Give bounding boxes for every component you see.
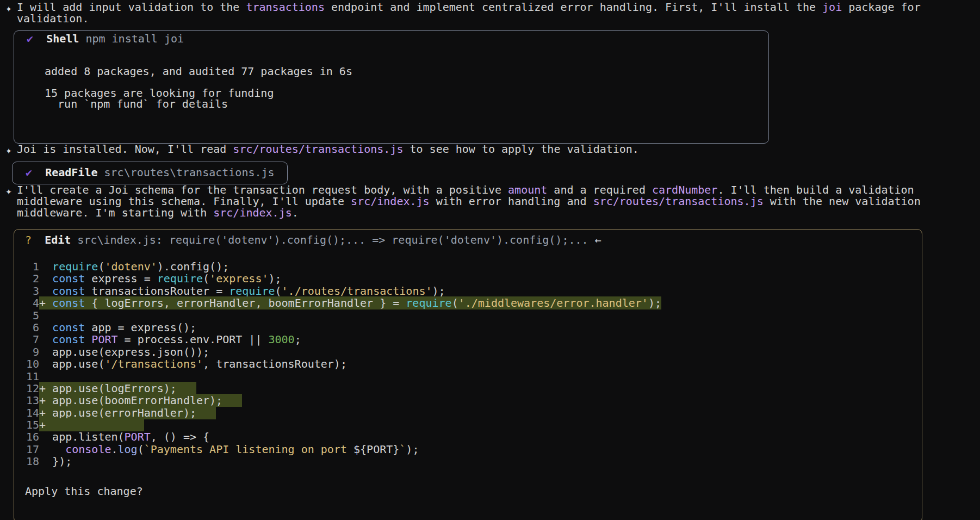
- inline-code: PORT: [125, 430, 151, 443]
- agent-terminal: ✦I will add input validation to the tran…: [0, 0, 980, 520]
- tool-output-line: [27, 44, 768, 55]
- tool-call-header: ✔ ReadFile src\routes\transactions.js: [26, 167, 287, 178]
- text-segment: require: [157, 272, 203, 285]
- assistant-message: ✦Joi is installed. Now, I'll read src/ro…: [0, 144, 980, 155]
- sparkle-icon: ✦: [5, 184, 12, 197]
- diff-marker: [39, 455, 52, 468]
- text-segment: app = express();: [85, 321, 196, 334]
- line-content: console.log(`Payments API listening on p…: [39, 443, 419, 456]
- line-number: 5: [25, 309, 39, 321]
- sparkle-icon: ✦: [5, 2, 12, 15]
- text-segment: package for: [842, 1, 921, 14]
- diff-code-block: 1 require('dotenv').config();2 const exp…: [25, 261, 922, 468]
- text-segment: app.use(express.json());: [52, 345, 209, 358]
- assistant-text-line: middleware using this schema. Finally, I…: [17, 196, 980, 207]
- diff-line-added: 15+: [25, 419, 922, 431]
- diff-line: 7 const PORT = process.env.PORT || 3000;: [25, 333, 922, 345]
- sparkle-icon: ✦: [5, 144, 12, 157]
- text-segment: const: [52, 284, 85, 298]
- diff-line: 10 app.use('/transactions', transactions…: [25, 358, 922, 370]
- text-segment: app.use(boomErrorHandler);: [52, 394, 222, 407]
- text-segment: = process.env.PORT ||: [118, 333, 269, 346]
- text-segment: 'express': [209, 272, 268, 285]
- diff-add-marker: +: [39, 394, 52, 407]
- text-segment: [97, 166, 104, 179]
- tool-name: Edit: [45, 233, 71, 246]
- diff-line: 6 const app = express();: [25, 321, 922, 333]
- tool-call-box-shell: ✔ Shell npm install joiadded 8 packages,…: [14, 30, 769, 144]
- diff-add-marker: +: [39, 406, 52, 419]
- diff-marker: [39, 345, 52, 358]
- diff-marker: [39, 430, 52, 443]
- text-segment: [32, 166, 45, 179]
- inline-code: src/routes/transactions.js: [593, 195, 764, 208]
- inline-code: transactions: [246, 1, 325, 14]
- check-icon: ✔: [27, 32, 33, 45]
- assistant-text-line: validation.: [17, 13, 980, 24]
- diff-line: 16 app.listen(PORT, () => {: [25, 431, 922, 443]
- line-content: const app = express();: [39, 321, 196, 334]
- text-segment: );: [432, 284, 445, 298]
- tool-name: ReadFile: [45, 166, 97, 179]
- text-segment: });: [52, 455, 72, 468]
- text-segment: const: [52, 321, 85, 334]
- line-content: app.use('/transactions', transactionsRou…: [39, 357, 347, 370]
- diff-line: 2 const express = require('express');: [25, 273, 922, 284]
- text-segment: with error handling and: [430, 195, 593, 208]
- line-number: 17: [25, 443, 39, 455]
- text-segment: [52, 443, 65, 456]
- edit-summary: src\index.js: require('dotenv').config()…: [77, 233, 588, 246]
- text-segment: app.use(logErrors);: [52, 382, 177, 395]
- text-segment: [32, 233, 45, 246]
- diff-marker: [39, 333, 52, 346]
- diff-marker: [39, 260, 52, 273]
- diff-line: 5: [25, 309, 922, 321]
- diff-add-marker: +: [39, 382, 52, 395]
- diff-marker: [39, 370, 52, 383]
- text-segment: { logErrors, errorHandler, boomErrorHand…: [85, 296, 406, 309]
- text-segment: , () => {: [151, 430, 209, 443]
- text-segment: [33, 32, 46, 45]
- line-number: 13: [25, 394, 39, 406]
- line-number: 11: [25, 370, 39, 382]
- text-segment: );: [406, 443, 419, 456]
- text-segment: [79, 32, 85, 45]
- inline-code: src/index.js: [213, 206, 292, 219]
- added-line-content: + const { logErrors, errorHandler, boomE…: [39, 296, 661, 309]
- diff-marker: [39, 272, 52, 285]
- text-segment: const: [52, 272, 85, 285]
- tool-name: Shell: [46, 32, 79, 45]
- line-number: 18: [25, 455, 39, 467]
- line-number: 10: [25, 358, 39, 370]
- text-segment: 'dotenv': [104, 260, 157, 273]
- diff-marker: [39, 443, 52, 456]
- diff-line: 11: [25, 370, 922, 382]
- tool-output-line: [27, 77, 768, 88]
- text-segment: require: [406, 296, 451, 309]
- text-segment: );: [268, 272, 281, 285]
- line-number: 2: [25, 273, 39, 284]
- line-number: 4: [25, 297, 39, 309]
- diff-marker: [39, 309, 52, 322]
- text-segment: validation.: [17, 12, 89, 25]
- text-segment: with the new validation: [764, 195, 921, 208]
- diff-line: 3 const transactionsRouter = require('./…: [25, 285, 922, 297]
- back-arrow-icon: ←: [595, 233, 601, 246]
- line-content: app.listen(PORT, () => {: [39, 430, 209, 443]
- line-content: require('dotenv').config();: [39, 260, 229, 273]
- tool-output-line: added 8 packages, and audited 77 package…: [27, 66, 768, 77]
- diff-marker: [39, 357, 52, 370]
- edit-header: ? Edit src\index.js: require('dotenv').c…: [25, 234, 922, 245]
- tool-call-header: ✔ Shell npm install joi: [27, 33, 768, 44]
- text-segment: transactionsRouter =: [85, 284, 229, 298]
- line-number: 16: [25, 431, 39, 443]
- text-segment: const: [52, 296, 85, 309]
- diff-line-added: 4+ const { logErrors, errorHandler, boom…: [25, 297, 922, 309]
- text-segment: app.use(errorHandler);: [52, 406, 196, 419]
- line-content: const PORT = process.env.PORT || 3000;: [39, 333, 301, 346]
- line-content: [39, 370, 52, 383]
- text-segment: [588, 233, 595, 246]
- diff-line: 9 app.use(express.json());: [25, 346, 922, 358]
- text-segment: app.listen(: [52, 430, 124, 443]
- inline-code: src/index.js: [351, 195, 430, 208]
